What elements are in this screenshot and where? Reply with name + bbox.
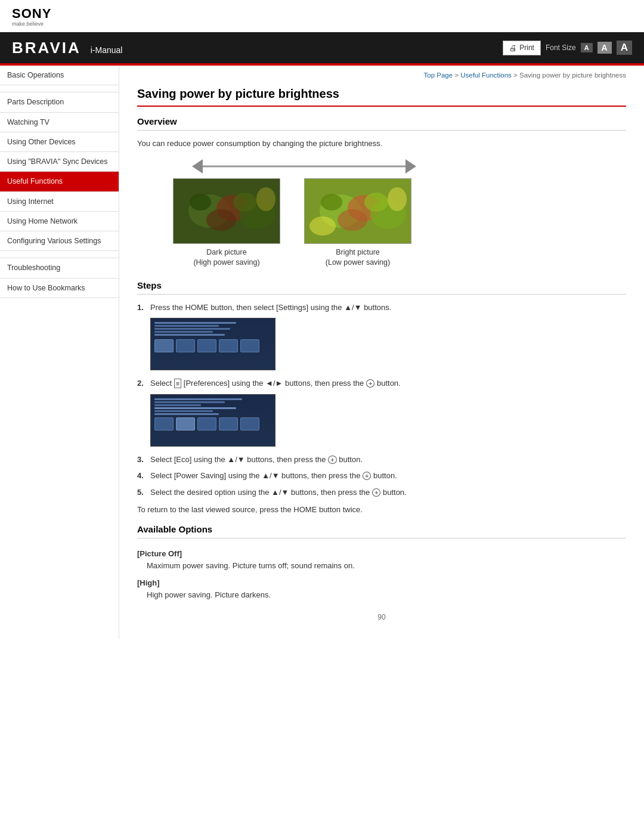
bravia-bar-right: 🖨 Print Font Size A A A (503, 41, 632, 55)
svg-point-15 (321, 194, 342, 210)
sony-logo: SONY (12, 7, 632, 20)
arrow-svg (191, 158, 417, 175)
step-4-text: Select [Power Saving] using the ▲/▼ butt… (150, 470, 626, 482)
content-area: Top Page > Useful Functions > Saving pow… (119, 66, 644, 639)
imanual-label: i-Manual (91, 45, 123, 55)
main-layout: Basic Operations Parts Description Watch… (0, 66, 644, 639)
top-bar: SONY make.believe (0, 0, 644, 32)
svg-point-6 (233, 193, 257, 212)
svg-point-8 (256, 187, 275, 211)
step2-screenshot (150, 394, 275, 447)
dark-veg-svg (174, 178, 280, 244)
breadcrumb-useful-functions[interactable]: Useful Functions (460, 72, 512, 79)
step-2-text: Select ≡ [Preferences] using the ◄/► but… (150, 377, 626, 389)
step2-icons-row (154, 417, 271, 431)
step-1: 1. Press the HOME button, then select [S… (137, 302, 626, 314)
step-3-text: Select [Eco] using the ▲/▼ buttons, then… (150, 454, 626, 466)
svg-point-14 (364, 193, 388, 212)
step1-icons-row (154, 339, 271, 352)
dark-picture-image (173, 178, 280, 244)
breadcrumb-sep1: > (454, 72, 460, 79)
sidebar: Basic Operations Parts Description Watch… (0, 66, 119, 639)
step2-screenshot-container (150, 394, 626, 447)
breadcrumb: Top Page > Useful Functions > Saving pow… (137, 72, 626, 79)
font-small-button[interactable]: A (581, 43, 593, 52)
svg-point-16 (388, 187, 407, 211)
sidebar-item-using-other-devices[interactable]: Using Other Devices (0, 132, 119, 152)
font-size-label: Font Size (546, 44, 576, 52)
step-5: 5. Select the desired option using the ▲… (137, 487, 626, 498)
dark-picture-block: Dark picture (High power saving) (173, 178, 280, 268)
step-5-text: Select the desired option using the ▲/▼ … (150, 487, 626, 498)
steps-section: 1. Press the HOME button, then select [S… (137, 302, 626, 516)
image-comparison: Dark picture (High power saving) (173, 158, 626, 268)
sidebar-item-watching-tv[interactable]: Watching TV (0, 113, 119, 132)
step2-menu-lines (154, 398, 271, 415)
options-section: [Picture Off] Maximum power saving. Pict… (137, 549, 626, 601)
sidebar-spacer-1 (0, 85, 119, 92)
bright-veg-svg (305, 178, 411, 244)
svg-point-5 (206, 209, 236, 231)
step-3: 3. Select [Eco] using the ▲/▼ buttons, t… (137, 454, 626, 466)
sidebar-item-how-to-use-bookmarks[interactable]: How to Use Bookmarks (0, 278, 119, 298)
bright-picture-block: Bright picture (Low power saving) (304, 178, 411, 268)
step1-menu-lines (154, 322, 271, 336)
sony-tagline: make.believe (12, 21, 632, 27)
sidebar-spacer-2 (0, 251, 119, 258)
sidebar-item-using-internet[interactable]: Using Internet (0, 192, 119, 212)
svg-point-17 (309, 216, 336, 236)
image-pair: Dark picture (High power saving) (173, 178, 411, 268)
overview-text: You can reduce power consumption by chan… (137, 138, 626, 150)
sidebar-item-using-home-network[interactable]: Using Home Network (0, 212, 119, 231)
step-4: 4. Select [Power Saving] using the ▲/▼ b… (137, 470, 626, 482)
page-number: 90 (137, 613, 626, 621)
sidebar-item-useful-functions[interactable]: Useful Functions (0, 172, 119, 191)
print-icon: 🖨 (509, 44, 517, 52)
breadcrumb-sep2: > (513, 72, 519, 79)
sidebar-item-configuring-various-settings[interactable]: Configuring Various Settings (0, 231, 119, 251)
dark-picture-caption: Dark picture (High power saving) (173, 247, 280, 268)
step1-screenshot (150, 318, 275, 370)
step-2: 2. Select ≡ [Preferences] using the ◄/► … (137, 377, 626, 389)
option-high-title: [High] (137, 578, 626, 587)
sidebar-item-troubleshooting[interactable]: Troubleshooting (0, 258, 119, 278)
steps-heading: Steps (137, 280, 626, 295)
print-button[interactable]: 🖨 Print (503, 41, 541, 55)
print-label: Print (519, 44, 534, 52)
brightness-arrow (173, 158, 435, 175)
available-options-heading: Available Options (137, 524, 626, 538)
sidebar-item-using-bravia-sync[interactable]: Using "BRAVIA" Sync Devices (0, 152, 119, 172)
option-picture-off: [Picture Off] Maximum power saving. Pict… (137, 549, 626, 572)
option-high: [High] High power saving. Picture darken… (137, 578, 626, 601)
svg-point-7 (190, 194, 211, 210)
return-note: To return to the last viewed source, pre… (137, 504, 626, 516)
option-high-desc: High power saving. Picture darkens. (137, 589, 626, 601)
step-1-text: Press the HOME button, then select [Sett… (150, 302, 626, 314)
option-picture-off-desc: Maximum power saving. Picture turns off;… (137, 560, 626, 572)
sidebar-item-basic-operations[interactable]: Basic Operations (0, 66, 119, 85)
svg-point-13 (338, 209, 367, 231)
step1-screenshot-container (150, 318, 626, 370)
sidebar-item-parts-description[interactable]: Parts Description (0, 92, 119, 112)
option-picture-off-title: [Picture Off] (137, 549, 626, 558)
breadcrumb-current: Saving power by picture brightness (519, 72, 626, 79)
font-large-button[interactable]: A (617, 41, 632, 55)
bright-picture-image (304, 178, 411, 244)
font-medium-button[interactable]: A (597, 42, 612, 54)
breadcrumb-top-page[interactable]: Top Page (423, 72, 453, 79)
overview-heading: Overview (137, 116, 626, 131)
bravia-bar-left: BRAVIA i-Manual (12, 39, 122, 57)
bright-picture-caption: Bright picture (Low power saving) (304, 247, 411, 268)
bravia-bar: BRAVIA i-Manual 🖨 Print Font Size A A A (0, 32, 644, 63)
page-title: Saving power by picture brightness (137, 87, 626, 107)
bravia-logo: BRAVIA (12, 39, 81, 57)
